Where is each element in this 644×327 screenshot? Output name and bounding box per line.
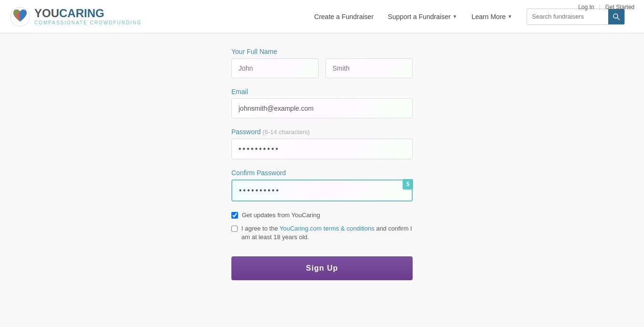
first-name-field: [231, 58, 319, 78]
last-name-input[interactable]: [325, 58, 413, 78]
email-group: Email: [231, 88, 413, 118]
learn-dropdown-arrow: ▼: [508, 14, 512, 19]
email-label: Email: [231, 88, 413, 95]
confirm-password-label: Confirm Password: [231, 169, 413, 177]
signup-form: Your Full Name Email Password (6-14 char…: [231, 48, 413, 280]
logo-name: YOUCARING: [34, 8, 142, 19]
search-icon: [613, 13, 620, 21]
password-group: Password (6-14 characters): [231, 128, 413, 159]
updates-checkbox-row: Get updates from YouCaring: [231, 211, 413, 220]
confirm-wrapper: 5: [231, 179, 413, 201]
terms-checkbox[interactable]: [231, 225, 238, 232]
terms-checkbox-row: I agree to the YouCaring.com terms & con…: [231, 224, 413, 242]
last-name-field: [325, 58, 413, 78]
terms-link[interactable]: YouCaring.com terms & conditions: [280, 225, 374, 232]
svg-point-1: [613, 14, 618, 18]
support-fundraiser-dropdown[interactable]: Support a Fundraiser ▼: [388, 13, 457, 21]
main-content: Your Full Name Email Password (6-14 char…: [0, 33, 644, 327]
search-input[interactable]: [527, 13, 608, 20]
main-nav: Create a Fundraiser Support a Fundraiser…: [314, 9, 625, 25]
signup-button[interactable]: Sign Up: [231, 256, 413, 280]
confirm-password-input[interactable]: [231, 179, 413, 201]
create-fundraiser-link[interactable]: Create a Fundraiser: [314, 13, 374, 21]
confirm-password-group: Confirm Password 5: [231, 169, 413, 201]
search-button[interactable]: [608, 9, 624, 25]
search-area: [527, 9, 625, 25]
login-link[interactable]: Log In: [578, 4, 594, 11]
tab-badge: 5: [403, 179, 413, 190]
logo-icon: [10, 6, 31, 27]
logo-tagline: Compassionate Crowdfunding: [34, 20, 142, 25]
logo-text: YOUCARING Compassionate Crowdfunding: [34, 8, 142, 25]
updates-checkbox-label: Get updates from YouCaring: [242, 211, 320, 220]
password-label: Password (6-14 characters): [231, 128, 413, 136]
terms-checkbox-label: I agree to the YouCaring.com terms & con…: [241, 224, 413, 242]
support-dropdown-arrow: ▼: [453, 14, 457, 19]
name-row: [231, 58, 413, 78]
header: Log In | Get Started YOUCARING Compassio…: [0, 0, 644, 33]
password-input[interactable]: [231, 138, 413, 159]
learn-more-dropdown[interactable]: Learn More ▼: [472, 13, 513, 21]
svg-line-2: [617, 18, 620, 20]
full-name-label: Your Full Name: [231, 48, 413, 55]
top-links: Log In | Get Started: [578, 4, 634, 11]
password-hint: (6-14 characters): [262, 128, 310, 136]
updates-checkbox[interactable]: [231, 212, 238, 219]
get-started-link[interactable]: Get Started: [605, 4, 634, 11]
logo[interactable]: YOUCARING Compassionate Crowdfunding: [10, 6, 142, 27]
email-input[interactable]: [231, 98, 413, 118]
full-name-group: Your Full Name: [231, 48, 413, 78]
first-name-input[interactable]: [231, 58, 319, 78]
